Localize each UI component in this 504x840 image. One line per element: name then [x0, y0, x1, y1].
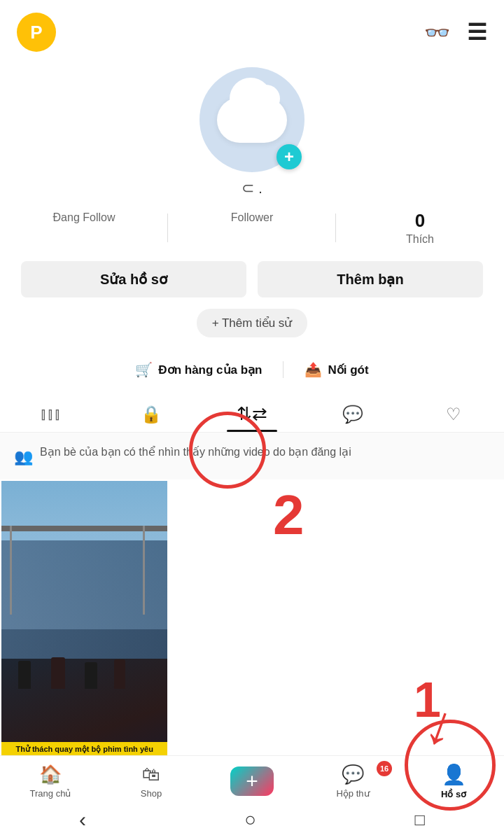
repost-note: 👥 Bạn bè của bạn có thể nhìn thấy những …	[0, 433, 504, 479]
home-button[interactable]: ○	[244, 808, 256, 831]
add-friend-button[interactable]: Thêm bạn	[258, 261, 483, 298]
video-inner	[1, 481, 167, 778]
inbox-icon: 💬	[342, 764, 364, 785]
nav-profile[interactable]: 👤 Hồ sơ	[403, 763, 504, 799]
nav-shop[interactable]: 🛍 Shop	[101, 764, 202, 799]
profile-nav-icon: 👤	[442, 763, 466, 786]
following-label: Đang Follow	[53, 211, 115, 224]
likes-label: Thích	[406, 233, 434, 246]
stats-row: Đang Follow Follower 0 Thích	[0, 210, 504, 246]
add-avatar-button[interactable]: +	[276, 144, 302, 169]
cart-icon: 🛒	[135, 361, 153, 378]
tab-private[interactable]: 🔒	[101, 393, 202, 432]
order-row: 🛒 Đơn hàng của bạn 📤 Nối gót	[0, 361, 504, 378]
profile-section: + ⊂ .	[0, 60, 504, 210]
grid-icon: ⫿⫿⫿	[40, 405, 61, 424]
nav-home[interactable]: 🏠 Trang chủ	[0, 764, 101, 799]
plus-icon: +	[246, 769, 258, 793]
tabs-row: ⫿⫿⫿ 🔒 ⇅⇄ 💬 ♡	[0, 393, 504, 433]
add-bio-button[interactable]: + Thêm tiểu sử	[197, 309, 308, 337]
inbox-badge: 16	[377, 761, 392, 776]
video-thumbnail[interactable]: Thử thách quay một bộ phim tình yêu ▷ 20…	[1, 481, 167, 778]
likes-count: 0	[415, 210, 425, 232]
nav-inbox-label: Hộp thư	[336, 788, 369, 799]
stat-followers[interactable]: Follower	[168, 210, 336, 246]
avatar-wrapper[interactable]: +	[200, 67, 304, 172]
stat-likes[interactable]: 0 Thích	[336, 210, 504, 246]
followers-label: Follower	[231, 211, 273, 224]
tab-liked[interactable]: ♡	[403, 393, 504, 432]
avatar-cloud-shape	[217, 97, 287, 143]
annotation-number-1: 1	[414, 672, 441, 728]
bottom-nav: 🏠 Trang chủ 🛍 Shop + 💬 16 Hộp thư 👤 Hồ s…	[0, 755, 504, 840]
home-icon: 🏠	[39, 764, 62, 785]
comment-icon: 💬	[342, 405, 363, 424]
nav-shop-label: Shop	[141, 788, 162, 799]
username-text: .	[258, 181, 262, 197]
order-divider	[283, 361, 284, 378]
nav-home-label: Trang chủ	[30, 788, 71, 799]
tab-tagged[interactable]: 💬	[302, 393, 403, 432]
video-caption-text: Thử thách quay một bộ phim tình yêu	[1, 742, 167, 757]
edit-profile-button[interactable]: Sửa hồ sơ	[21, 261, 246, 298]
recents-button[interactable]: □	[414, 810, 425, 830]
lock-icon: 🔒	[141, 405, 162, 424]
top-bar: P 👓 ☰	[0, 0, 504, 60]
action-buttons: Sửa hồ sơ Thêm bạn	[0, 261, 504, 298]
nav-create[interactable]: +	[202, 766, 302, 796]
stat-following[interactable]: Đang Follow	[0, 210, 168, 246]
repost-icon: ⇅⇄	[237, 403, 267, 425]
app-logo: P	[17, 13, 56, 52]
top-bar-actions: 👓 ☰	[424, 19, 487, 46]
bottom-nav-items: 🏠 Trang chủ 🛍 Shop + 💬 16 Hộp thư 👤 Hồ s…	[0, 756, 504, 802]
eyeglasses-icon[interactable]: 👓	[424, 20, 450, 45]
username-row: ⊂ .	[241, 179, 262, 197]
heel-label: Nối gót	[328, 363, 368, 377]
shop-icon: 🛍	[142, 764, 160, 785]
nav-profile-label: Hồ sơ	[441, 789, 466, 799]
heel-icon: 📤	[304, 361, 322, 378]
heart-icon: ♡	[446, 405, 461, 424]
menu-icon[interactable]: ☰	[467, 19, 487, 46]
username-icon: ⊂	[241, 179, 254, 197]
system-bar: ‹ ○ □	[0, 802, 504, 840]
tab-videos[interactable]: ⫿⫿⫿	[0, 393, 101, 432]
nav-inbox[interactable]: 💬 16 Hộp thư	[302, 764, 403, 799]
tab-repost[interactable]: ⇅⇄	[202, 393, 302, 432]
create-plus-button[interactable]: +	[230, 766, 274, 796]
heel-item[interactable]: 📤 Nối gót	[304, 361, 368, 378]
order-label: Đơn hàng của bạn	[158, 363, 262, 377]
repost-note-text: Bạn bè của bạn có thể nhìn thấy những vi…	[40, 444, 351, 461]
order-item[interactable]: 🛒 Đơn hàng của bạn	[135, 361, 262, 378]
people-icon: 👥	[14, 445, 33, 468]
back-button[interactable]: ‹	[79, 808, 86, 832]
